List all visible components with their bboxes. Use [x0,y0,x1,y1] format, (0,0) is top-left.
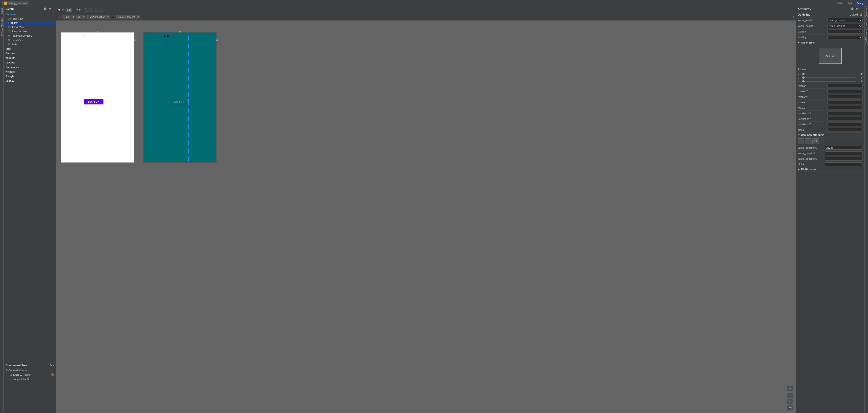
rotation-z-value: 0 [856,80,863,83]
dp-dropdown[interactable]: 32 [76,15,86,19]
design-view-icon[interactable]: 👁 [58,8,61,12]
sidebar-structure-tab[interactable]: Structure [865,6,868,18]
ratio-btn[interactable]: 1:1 [812,138,819,144]
attr-translationX-label: translationX [798,112,828,115]
layout-height-select[interactable]: wrap_content match_parent [828,24,863,28]
file-tab[interactable]: activity_main.xml [2,1,29,5]
rotationX-input[interactable] [828,90,863,93]
attr-translationY-label: translationY [798,118,828,120]
attr-warn-icon: ⚠ [860,7,863,11]
palette-item-scrollview[interactable]: ⟳ ScrollView [4,38,56,42]
align-icon1[interactable]: ⬛ [85,8,89,12]
odp-btn[interactable]: 0dp [66,8,72,12]
attr-rotationY-value [828,95,863,99]
cat-text[interactable]: Text [4,47,56,51]
constraint-layout-label: ConstraintLayout [8,369,28,372]
cat-containers[interactable]: Containers [4,65,56,69]
palette-item-textview[interactable]: Ab TextView [4,17,56,21]
pixel-dropdown[interactable]: Pixel [62,15,75,19]
anchor-pin-right-dark [216,39,218,41]
palette-item-fragmentcontain[interactable]: ⊞ FragmentContain... [4,33,56,38]
scaleY-input[interactable] [828,106,863,110]
tree-minimize-icon[interactable]: − [53,364,54,367]
camera-btn[interactable]: 📷 [787,405,794,411]
mode-tab-code[interactable]: Code [836,1,845,5]
align-icon4[interactable]: ⬛ [99,8,103,12]
tree-item-guideline3[interactable]: — guideline3 [4,377,56,381]
all-attributes-header[interactable]: ▶ All Attributes [796,167,864,172]
attr-settings-icon[interactable]: ⚙ [856,7,859,11]
constraint-controls: + − 1:1 [796,138,864,145]
guideline-label-light: 232 [82,35,86,37]
palette-minimize-icon[interactable]: − [53,7,54,11]
rotation-y-slider[interactable] [802,78,856,78]
design-button-dark[interactable]: BUTTON [169,99,189,105]
cat-buttons[interactable]: Buttons [4,51,56,56]
button12-label: button12 [12,373,23,376]
constrain1-input[interactable]: 232dp [825,146,863,150]
app-dropdown[interactable]: MyApplication [88,15,110,19]
sidebar-build-tab[interactable]: Build Variants [865,29,868,46]
palette-switch-label: Switch [12,43,19,46]
align-icon3[interactable]: ⬛ [94,8,98,12]
tree-item-button12[interactable]: □ button12 "Button" ! [4,373,56,377]
add-constraint-btn[interactable]: + [798,138,804,144]
palette-search-icon[interactable]: 🔍 [44,7,48,11]
cat-common[interactable]: Common [4,12,56,17]
cat-widgets[interactable]: Widgets [4,56,56,60]
rotationY-input[interactable] [828,95,863,99]
attr-search-icon[interactable]: 🔍 [851,7,855,11]
design-button-light[interactable]: BUTTON [84,99,103,105]
rotation-y-row: y 0 [796,76,864,80]
locale-dropdown[interactable]: Default (en-us) [116,15,140,19]
rotation-x-slider[interactable] [802,74,856,75]
visibility-select2[interactable] [828,35,863,39]
constrain3-input[interactable] [825,157,863,160]
constrain2-input[interactable] [825,151,863,155]
tree-settings-icon[interactable]: ⚙ [50,364,52,367]
transforms-section-header[interactable]: ▼ Transforms [796,40,864,45]
cat-legacy[interactable]: Legacy [4,79,56,83]
palette-item-imageview[interactable]: 🖼 ImageView [4,25,56,29]
visibility-select1[interactable]: visible invisible gone [828,30,863,34]
zoom-out-btn[interactable]: − [787,392,794,398]
remove-constraint-btn[interactable]: − [805,138,811,144]
canvas-area[interactable]: 232 BUTTON 232 BUTTON [56,21,796,413]
layout-width-select[interactable]: wrap_content match_parent match_constrai… [828,18,863,22]
palette-item-recyclerview[interactable]: ☰ RecyclerView [4,29,56,33]
sidebar-project-label[interactable]: Project [0,7,3,16]
attr-translationX-value [828,112,863,115]
rotation-z-slider[interactable] [802,81,856,82]
translationX-input[interactable] [828,112,863,115]
align-icon2[interactable]: ⬛ [90,8,93,12]
sidebar-resource-label[interactable]: Resource Manager [0,17,3,38]
common-attributes-header[interactable]: ▼ Common Attributes [796,132,864,138]
mode-tab-split[interactable]: Split [845,1,854,5]
all-attributes-title: All Attributes [801,168,816,171]
mode-tab-design[interactable]: Design [855,1,866,5]
common-attr-constrain3-row: layout_constrain... [796,156,864,161]
cat-google[interactable]: Google [4,74,56,79]
alpha-input[interactable] [828,128,863,132]
magic-icon[interactable]: ↗ [75,8,78,12]
cat-layouts[interactable]: Layouts [4,60,56,65]
tree-header-icons: ⚙ − [50,364,54,367]
fit-btn[interactable]: 1:1 [787,399,794,404]
zoom-in-btn[interactable]: + [787,386,794,391]
scissors-icon[interactable]: ✂ [79,8,82,12]
tree-item-constraintlayout[interactable]: ⊡ ConstraintLayout [4,368,56,373]
palette-settings-icon[interactable]: ⚙ [49,7,52,11]
translationY-input[interactable] [828,117,863,121]
scaleX-input[interactable] [828,100,863,104]
edit-icon[interactable]: ✏ [62,8,65,12]
cat-helpers[interactable]: Helpers [4,69,56,74]
rotation-input[interactable] [828,84,863,88]
sidebar-favorites-tab[interactable]: Favorites [865,18,868,29]
palette-item-button[interactable]: □ Button [4,21,56,25]
rotation-z-label: z [798,80,802,83]
button12-error: ! [51,373,54,376]
translationZ-input[interactable] [828,122,863,126]
alpha2-input[interactable] [825,163,863,166]
palette-panel: Palette 🔍 ⚙ − Common Ab TextView □ Butto… [4,6,56,363]
palette-item-switch[interactable]: ⊟ Switch [4,42,56,47]
